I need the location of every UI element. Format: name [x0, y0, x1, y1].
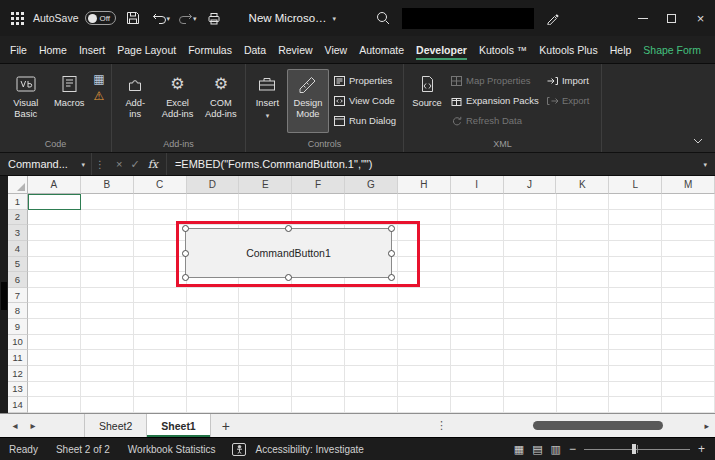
view-code-button[interactable]: View Code: [331, 91, 399, 110]
undo-dropdown-icon[interactable]: ▾: [167, 15, 171, 22]
command-button-control[interactable]: CommandButton1: [185, 228, 392, 278]
row-header-5[interactable]: 5: [8, 257, 28, 273]
export-button[interactable]: Export: [544, 91, 592, 110]
row-header-13[interactable]: 13: [8, 382, 28, 398]
column-header-f[interactable]: F: [292, 176, 345, 194]
zoom-in-button[interactable]: +: [698, 443, 705, 455]
column-header-m[interactable]: M: [662, 176, 715, 194]
redo-dropdown-icon[interactable]: ▾: [193, 15, 197, 22]
zoom-out-button[interactable]: −: [569, 443, 576, 455]
page-break-view-button[interactable]: ▥: [551, 444, 561, 455]
column-header-c[interactable]: C: [134, 176, 187, 194]
source-button[interactable]: Source: [408, 69, 446, 133]
resize-handle-nw[interactable]: [182, 225, 189, 232]
ribbon-tab-kutools-plus[interactable]: Kutools Plus: [533, 36, 603, 63]
app-launcher-icon[interactable]: [11, 12, 24, 25]
save-icon[interactable]: [126, 11, 140, 25]
cancel-icon[interactable]: ×: [116, 158, 122, 170]
macro-security-icon[interactable]: ⚠: [91, 88, 107, 104]
collapse-ribbon-icon[interactable]: [693, 138, 703, 144]
ribbon-tab-developer[interactable]: Developer: [410, 36, 473, 63]
name-box-dropdown-icon[interactable]: ▾: [81, 161, 85, 168]
map-properties-button[interactable]: Map Properties: [448, 71, 542, 90]
column-header-a[interactable]: A: [28, 176, 81, 194]
row-header-8[interactable]: 8: [8, 303, 28, 319]
select-all-corner[interactable]: [8, 176, 28, 194]
column-header-k[interactable]: K: [556, 176, 609, 194]
redo-button[interactable]: ▾: [178, 12, 197, 25]
use-relative-references-icon[interactable]: ▦: [91, 71, 107, 87]
scroll-right-icon[interactable]: ▸: [704, 421, 709, 431]
ribbon-tab-shape-form[interactable]: Shape Form: [637, 36, 707, 63]
row-header-4[interactable]: 4: [8, 241, 28, 257]
ribbon-tab-file[interactable]: File: [4, 36, 33, 63]
resize-handle-s[interactable]: [285, 274, 292, 281]
resize-handle-w[interactable]: [182, 250, 189, 257]
resize-handle-sw[interactable]: [182, 274, 189, 281]
formula-bar-resizer[interactable]: ⋮: [92, 159, 108, 170]
accessibility-status[interactable]: Accessibility: Investigate: [246, 438, 372, 460]
document-title[interactable]: New Microso… ▾: [249, 12, 336, 24]
expansion-packs-button[interactable]: Expansion Packs: [448, 91, 542, 110]
addins-button[interactable]: Add-ins: [116, 69, 154, 133]
tab-strip-resizer[interactable]: ⋮: [430, 414, 453, 437]
insert-function-icon[interactable]: fx: [148, 158, 158, 171]
printer-icon[interactable]: [207, 12, 221, 25]
normal-view-button[interactable]: ▦: [514, 444, 524, 455]
refresh-data-button[interactable]: Refresh Data: [448, 111, 542, 130]
pen-icon[interactable]: [546, 12, 559, 25]
sheet-nav-left-icon[interactable]: ◂: [6, 414, 24, 437]
row-header-10[interactable]: 10: [8, 335, 28, 351]
ribbon-tab-formulas[interactable]: Formulas: [182, 36, 238, 63]
maximize-button[interactable]: [657, 0, 686, 36]
run-dialog-button[interactable]: Run Dialog: [331, 111, 399, 130]
close-button[interactable]: ×: [686, 0, 715, 36]
column-header-g[interactable]: G: [345, 176, 398, 194]
row-header-12[interactable]: 12: [8, 366, 28, 382]
column-header-d[interactable]: D: [187, 176, 240, 194]
properties-button[interactable]: Properties: [331, 71, 399, 90]
column-header-h[interactable]: H: [398, 176, 451, 194]
excel-addins-button[interactable]: ⚙ Excel Add-ins: [156, 69, 198, 133]
resize-handle-n[interactable]: [285, 225, 292, 232]
ribbon-tab-home[interactable]: Home: [33, 36, 73, 63]
accessibility-checker-icon[interactable]: [232, 443, 246, 456]
design-mode-button[interactable]: Design Mode: [287, 69, 329, 133]
column-header-l[interactable]: L: [609, 176, 662, 194]
row-header-9[interactable]: 9: [8, 319, 28, 335]
column-header-b[interactable]: B: [81, 176, 134, 194]
column-header-j[interactable]: J: [504, 176, 557, 194]
sheet-nav-right-icon[interactable]: ▸: [24, 414, 42, 437]
ribbon-tab-help[interactable]: Help: [604, 36, 638, 63]
column-header-i[interactable]: I: [451, 176, 504, 194]
resize-handle-se[interactable]: [388, 274, 395, 281]
formula-input[interactable]: =EMBED("Forms.CommandButton.1",""): [167, 158, 704, 170]
row-header-3[interactable]: 3: [8, 225, 28, 241]
autosave-toggle[interactable]: Off: [85, 11, 116, 25]
name-box[interactable]: Command... ▾: [0, 153, 92, 175]
ribbon-tab-page-layout[interactable]: Page Layout: [111, 36, 182, 63]
new-sheet-button[interactable]: +: [211, 414, 241, 437]
search-icon[interactable]: [376, 11, 390, 25]
row-header-14[interactable]: 14: [8, 397, 28, 413]
minimize-button[interactable]: [628, 0, 657, 36]
row-header-6[interactable]: 6: [8, 272, 28, 288]
workbook-statistics-button[interactable]: Workbook Statistics: [119, 438, 225, 460]
cell-grid[interactable]: CommandButton1: [28, 194, 715, 413]
ribbon-tab-view[interactable]: View: [319, 36, 354, 63]
com-addins-button[interactable]: ⚙ COM Add-ins: [201, 69, 241, 133]
column-header-e[interactable]: E: [239, 176, 292, 194]
insert-control-button[interactable]: Insert ▾: [250, 69, 285, 133]
undo-button[interactable]: ▾: [152, 12, 171, 25]
zoom-slider-thumb[interactable]: [632, 444, 636, 454]
macros-button[interactable]: Macros: [49, 69, 89, 133]
ribbon-tab-automate[interactable]: Automate: [353, 36, 410, 63]
zoom-slider[interactable]: [584, 443, 690, 455]
horizontal-scroll-thumb[interactable]: [533, 421, 663, 430]
row-header-11[interactable]: 11: [8, 350, 28, 366]
enter-icon[interactable]: ✓: [130, 158, 139, 171]
import-button[interactable]: Import: [544, 71, 592, 90]
visual-basic-button[interactable]: Visual Basic: [4, 69, 47, 133]
row-header-1[interactable]: 1: [8, 194, 28, 210]
formula-bar-expand-icon[interactable]: ▾: [703, 161, 715, 168]
